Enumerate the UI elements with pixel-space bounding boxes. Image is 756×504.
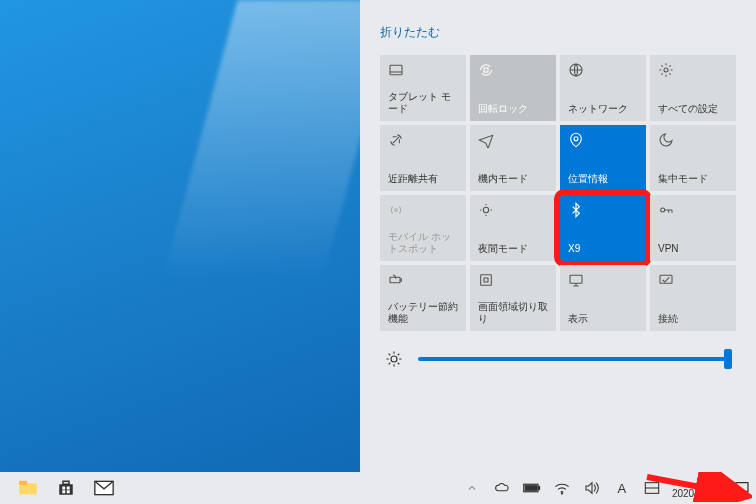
quick-action-airplane[interactable]: 機内モード <box>470 125 556 191</box>
svg-rect-19 <box>67 487 70 490</box>
svg-rect-24 <box>538 487 540 490</box>
svg-point-8 <box>661 208 665 212</box>
tile-label: タブレット モード <box>388 91 458 115</box>
focus-icon <box>658 131 728 149</box>
brightness-thumb[interactable] <box>724 349 732 369</box>
quick-action-network[interactable]: ネットワーク <box>560 55 646 121</box>
svg-rect-18 <box>62 487 65 490</box>
svg-point-7 <box>483 207 488 212</box>
tile-label: ネットワーク <box>568 103 638 115</box>
tablet-icon <box>388 61 458 79</box>
ime-a-icon[interactable]: A <box>612 478 632 498</box>
ime-mode-icon[interactable] <box>642 478 662 498</box>
volume-icon[interactable] <box>582 478 602 498</box>
quick-action-focus[interactable]: 集中モード <box>650 125 736 191</box>
quick-action-nearby-share[interactable]: 近距離共有 <box>380 125 466 191</box>
svg-point-4 <box>664 68 668 72</box>
tile-label: バッテリー節約機能 <box>388 301 458 325</box>
quick-action-connect[interactable]: 接続 <box>650 265 736 331</box>
vpn-icon <box>658 201 728 219</box>
tile-label: 回転ロック <box>478 103 548 115</box>
night-icon <box>478 201 548 219</box>
quick-action-location[interactable]: 位置情報 <box>560 125 646 191</box>
battery-icon[interactable] <box>522 478 542 498</box>
svg-point-26 <box>561 493 562 494</box>
svg-rect-16 <box>59 484 73 495</box>
quick-action-snip[interactable]: 画面領域切り取り <box>470 265 556 331</box>
quick-action-bluetooth[interactable]: X9 <box>560 195 646 261</box>
tile-label: 位置情報 <box>568 173 638 185</box>
quick-action-battery-saver[interactable]: バッテリー節約機能 <box>380 265 466 331</box>
tile-label: 表示 <box>568 313 638 325</box>
taskbar-left <box>4 478 114 498</box>
quick-action-night[interactable]: 夜間モード <box>470 195 556 261</box>
tile-label: 画面領域切り取り <box>478 301 548 325</box>
taskbar: A 10:13 2020/01/14 <box>0 472 756 504</box>
svg-rect-25 <box>525 486 536 491</box>
tile-label: X9 <box>568 243 638 255</box>
svg-point-5 <box>574 137 578 141</box>
hotspot-icon <box>388 201 458 219</box>
tile-label: 接続 <box>658 313 728 325</box>
tile-label: VPN <box>658 243 728 255</box>
quick-action-tiles: タブレット モード回転ロックネットワークすべての設定近距離共有機内モード位置情報… <box>380 55 736 331</box>
onedrive-icon[interactable] <box>492 478 512 498</box>
quick-action-tablet[interactable]: タブレット モード <box>380 55 466 121</box>
svg-rect-11 <box>570 275 582 283</box>
svg-rect-2 <box>484 68 488 72</box>
svg-rect-21 <box>67 490 70 493</box>
svg-rect-20 <box>62 490 65 493</box>
settings-icon <box>658 61 728 79</box>
quick-action-hotspot[interactable]: モバイル ホットスポット <box>380 195 466 261</box>
clock-date: 2020/01/14 <box>672 488 722 499</box>
file-explorer-icon[interactable] <box>18 478 38 498</box>
svg-point-6 <box>395 209 398 212</box>
project-icon <box>568 271 638 289</box>
collapse-link[interactable]: 折りたたむ <box>380 24 736 41</box>
svg-rect-12 <box>660 275 672 283</box>
wifi-icon[interactable] <box>552 478 572 498</box>
chevron-up-icon[interactable] <box>462 478 482 498</box>
svg-rect-17 <box>63 481 69 484</box>
quick-action-rotation-lock[interactable]: 回転ロック <box>470 55 556 121</box>
notifications-icon[interactable] <box>732 478 752 498</box>
brightness-slider[interactable] <box>418 357 732 361</box>
connect-icon <box>658 271 728 289</box>
network-icon <box>568 61 638 79</box>
tile-label: モバイル ホットスポット <box>388 231 458 255</box>
tile-label: すべての設定 <box>658 103 728 115</box>
tile-label: 集中モード <box>658 173 728 185</box>
quick-action-vpn[interactable]: VPN <box>650 195 736 261</box>
action-center-panel: 折りたたむ タブレット モード回転ロックネットワークすべての設定近距離共有機内モ… <box>360 0 756 472</box>
svg-rect-9 <box>390 277 400 282</box>
quick-action-settings[interactable]: すべての設定 <box>650 55 736 121</box>
clock-time: 10:13 <box>672 477 722 488</box>
system-tray: A <box>462 478 662 498</box>
svg-rect-15 <box>19 481 27 485</box>
tile-label: 機内モード <box>478 173 548 185</box>
quick-action-project[interactable]: 表示 <box>560 265 646 331</box>
battery-saver-icon <box>388 271 458 289</box>
svg-rect-14 <box>19 483 37 494</box>
brightness-icon <box>384 349 404 369</box>
taskbar-right: A 10:13 2020/01/14 <box>462 477 752 499</box>
airplane-icon <box>478 131 548 149</box>
tile-label: 近距離共有 <box>388 173 458 185</box>
tile-label: 夜間モード <box>478 243 548 255</box>
microsoft-store-icon[interactable] <box>56 478 76 498</box>
location-icon <box>568 131 638 149</box>
rotation-lock-icon <box>478 61 548 79</box>
svg-point-13 <box>391 356 397 362</box>
nearby-share-icon <box>388 131 458 149</box>
taskbar-clock[interactable]: 10:13 2020/01/14 <box>672 477 722 499</box>
svg-rect-10 <box>481 275 492 286</box>
mail-icon[interactable] <box>94 478 114 498</box>
bluetooth-icon <box>568 201 638 219</box>
snip-icon <box>478 271 548 289</box>
brightness-row <box>380 349 736 369</box>
svg-rect-0 <box>390 65 402 74</box>
